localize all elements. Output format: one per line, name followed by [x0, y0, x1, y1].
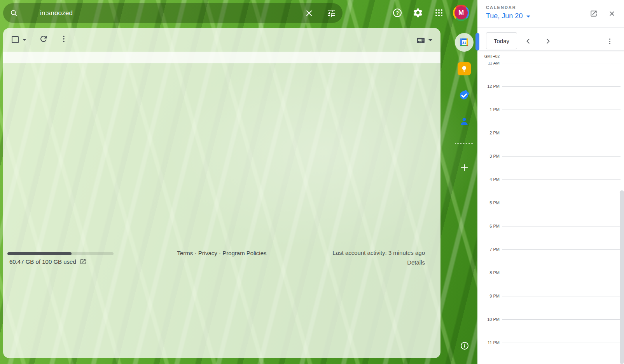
storage-manage-icon[interactable]: [80, 258, 86, 265]
hour-label: 11 AM: [477, 62, 500, 66]
input-tools-dropdown-icon[interactable]: [428, 39, 432, 41]
hour-line: [502, 226, 621, 226]
search-bar[interactable]: in:snoozed: [3, 3, 343, 23]
hour-line: [502, 156, 621, 157]
hour-line: [502, 86, 621, 87]
side-panel-info-icon[interactable]: [460, 341, 469, 350]
activity-details-link[interactable]: Details: [407, 259, 425, 266]
sidebar-item-tasks[interactable]: [458, 89, 470, 101]
hour-line: [502, 63, 621, 63]
hour-grid[interactable]: 11 AM12 PM1 PM2 PM3 PM4 PM5 PM6 PM7 PM8 …: [477, 62, 624, 364]
mail-list-panel: 60.47 GB of 100 GB used Terms · Privacy …: [3, 28, 440, 358]
panel-header-divider: [477, 27, 624, 28]
hour-line: [502, 203, 621, 203]
select-dropdown-icon[interactable]: [23, 39, 26, 41]
previous-day-icon[interactable]: [525, 38, 532, 45]
sidebar-item-calendar[interactable]: 31: [459, 37, 469, 47]
search-icon: [10, 9, 18, 17]
date-dropdown-icon: [526, 16, 530, 17]
hour-label: 9 PM: [477, 293, 500, 299]
svg-text:?: ?: [396, 10, 399, 16]
storage-usage: 60.47 GB of 100 GB used: [9, 258, 86, 265]
select-all-checkbox[interactable]: [12, 36, 19, 43]
calendar-side-panel: CALENDAR Tue, Jun 20 Today GMT+02 11 AM1…: [477, 0, 624, 364]
hour-line: [502, 249, 621, 250]
calendar-icon-day: 31: [462, 41, 466, 45]
settings-gear-icon[interactable]: [413, 7, 423, 18]
hour-label: 10 PM: [477, 317, 500, 322]
search-input[interactable]: in:snoozed: [40, 9, 304, 17]
hour-label: 12 PM: [477, 84, 500, 89]
hour-label: 6 PM: [477, 223, 500, 229]
sidebar-item-keep[interactable]: [458, 62, 471, 75]
calendar-date-selector[interactable]: Tue, Jun 20: [486, 12, 530, 20]
sidebar-item-contacts[interactable]: [459, 116, 470, 127]
hour-label: 5 PM: [477, 200, 500, 206]
calendar-panel-title: CALENDAR: [486, 5, 516, 10]
calendar-more-options-icon[interactable]: [606, 37, 614, 45]
hour-label: 2 PM: [477, 130, 500, 136]
last-account-activity: Last account activity: 3 minutes ago: [332, 249, 425, 256]
account-avatar[interactable]: M: [453, 5, 469, 21]
hour-line: [502, 319, 621, 320]
calendar-toolbar-divider: [477, 51, 624, 51]
apps-grid-icon[interactable]: [433, 7, 444, 18]
hour-label: 7 PM: [477, 247, 500, 252]
open-in-new-tab-icon[interactable]: [590, 10, 598, 17]
program-policies-link[interactable]: Program Policies: [222, 250, 266, 256]
privacy-link[interactable]: Privacy: [198, 250, 217, 256]
timezone-label: GMT+02: [477, 54, 500, 59]
hour-line: [502, 296, 621, 296]
keep-bulb-icon: [460, 65, 468, 73]
calendar-scrollbar-thumb[interactable]: [620, 190, 624, 364]
hour-label: 8 PM: [477, 270, 500, 275]
rail-divider: [455, 143, 473, 144]
terms-link[interactable]: Terms: [177, 250, 193, 256]
more-options-icon[interactable]: [59, 34, 68, 44]
hour-label: 4 PM: [477, 177, 500, 182]
input-tools-keyboard-icon[interactable]: [416, 36, 425, 45]
hour-label: 3 PM: [477, 153, 500, 159]
close-panel-icon[interactable]: [608, 10, 616, 17]
hour-line: [502, 273, 621, 273]
hour-line: [502, 133, 621, 133]
hour-line: [502, 343, 621, 343]
today-button[interactable]: Today: [486, 32, 517, 49]
storage-usage-label: 60.47 GB of 100 GB used: [9, 258, 76, 265]
refresh-icon[interactable]: [39, 34, 48, 44]
hour-line: [502, 179, 621, 180]
separator-dot: ·: [194, 250, 196, 256]
hour-line: [502, 110, 621, 110]
hour-label: 1 PM: [477, 107, 500, 112]
empty-result-row: [3, 52, 440, 63]
search-options-icon[interactable]: [327, 9, 336, 18]
calendar-selected-indicator: [475, 33, 479, 51]
next-day-icon[interactable]: [544, 38, 551, 45]
calendar-date-label: Tue, Jun 20: [486, 12, 523, 20]
avatar-initial: M: [454, 6, 468, 19]
get-add-ons-icon[interactable]: [460, 163, 469, 172]
hour-label: 11 PM: [477, 340, 500, 345]
clear-search-icon[interactable]: [304, 9, 314, 18]
help-icon[interactable]: ?: [392, 7, 403, 18]
separator-dot: ·: [219, 250, 221, 256]
